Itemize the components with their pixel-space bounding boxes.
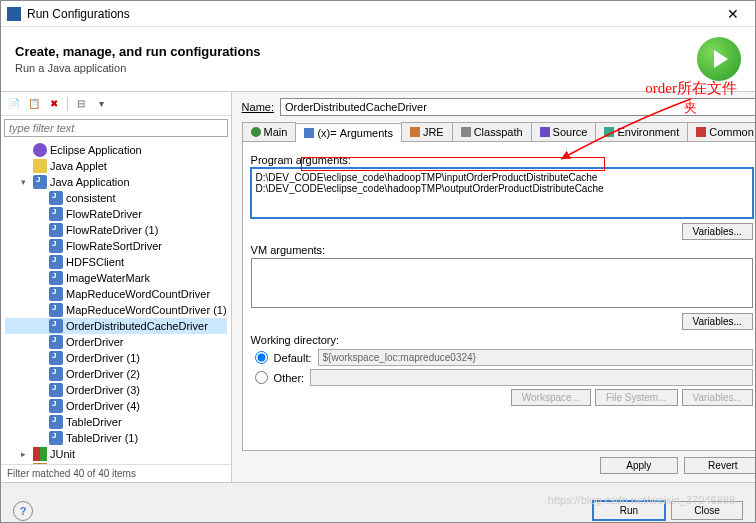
revert-button[interactable]: Revert	[684, 457, 756, 474]
wd-variables-button[interactable]: Variables...	[682, 389, 753, 406]
prog-variables-button[interactable]: Variables...	[682, 223, 753, 240]
config-tree[interactable]: Eclipse Application Java Applet ▾Java Ap…	[1, 140, 231, 464]
tree-item[interactable]: OrderDriver	[5, 334, 227, 350]
tab-bar: Main (x)= Arguments JRE Classpath Source…	[242, 122, 756, 142]
tree-item-junit[interactable]: ▸JUnit	[5, 446, 227, 462]
tree-item[interactable]: MapReduceWordCountDriver	[5, 286, 227, 302]
vm-args-label: VM arguments:	[251, 244, 753, 256]
tree-item-applet[interactable]: Java Applet	[5, 158, 227, 174]
filter-input[interactable]	[4, 119, 228, 137]
left-toolbar: 📄 📋 ✖ ⊟ ▾	[1, 92, 231, 116]
tree-item[interactable]: MapReduceWordCountDriver (1)	[5, 302, 227, 318]
program-args-input[interactable]	[251, 168, 753, 218]
tree-item[interactable]: consistent	[5, 190, 227, 206]
tree-item[interactable]: OrderDriver (3)	[5, 382, 227, 398]
tab-arguments[interactable]: (x)= Arguments	[295, 123, 401, 142]
wd-default-radio[interactable]	[255, 351, 268, 364]
name-input[interactable]	[280, 98, 756, 116]
duplicate-icon[interactable]: 📋	[25, 95, 43, 113]
filter-count: Filter matched 40 of 40 items	[1, 464, 231, 482]
tab-main[interactable]: Main	[242, 122, 297, 141]
tab-source[interactable]: Source	[531, 122, 597, 141]
name-label: Name:	[242, 101, 274, 113]
program-args-label: Program arguments:	[251, 154, 753, 166]
run-icon	[697, 37, 741, 81]
help-icon[interactable]: ?	[13, 501, 33, 521]
tab-jre[interactable]: JRE	[401, 122, 453, 141]
window-title: Run Configurations	[27, 7, 717, 21]
tab-common[interactable]: Common	[687, 122, 756, 141]
app-icon	[7, 7, 21, 21]
tree-item[interactable]: HDFSClient	[5, 254, 227, 270]
apply-button[interactable]: Apply	[600, 457, 678, 474]
wd-workspace-button[interactable]: Workspace...	[511, 389, 591, 406]
wd-other-input	[310, 369, 753, 386]
tree-item[interactable]: OrderDriver (2)	[5, 366, 227, 382]
wd-default-input	[318, 349, 753, 366]
tab-classpath[interactable]: Classpath	[452, 122, 532, 141]
tree-item-eclipse[interactable]: Eclipse Application	[5, 142, 227, 158]
tab-environment[interactable]: Environment	[595, 122, 688, 141]
delete-icon[interactable]: ✖	[45, 95, 63, 113]
tree-item-selected[interactable]: OrderDistributedCacheDriver	[5, 318, 227, 334]
vm-variables-button[interactable]: Variables...	[682, 313, 753, 330]
tree-item-javaapp[interactable]: ▾Java Application	[5, 174, 227, 190]
tree-item[interactable]: FlowRateDriver (1)	[5, 222, 227, 238]
run-button[interactable]: Run	[593, 501, 665, 520]
expand-icon[interactable]: ▾	[92, 95, 110, 113]
tree-item[interactable]: TableDriver	[5, 414, 227, 430]
working-dir-label: Working directory:	[251, 334, 753, 346]
tree-item[interactable]: OrderDriver (1)	[5, 350, 227, 366]
wd-other-radio[interactable]	[255, 371, 268, 384]
close-icon[interactable]: ✕	[717, 4, 749, 24]
tree-item[interactable]: FlowRateDriver	[5, 206, 227, 222]
vm-args-input[interactable]	[251, 258, 753, 308]
collapse-icon[interactable]: ⊟	[72, 95, 90, 113]
wd-default-label: Default:	[274, 352, 312, 364]
tree-item[interactable]: OrderDriver (4)	[5, 398, 227, 414]
header-title: Create, manage, and run configurations	[15, 44, 261, 59]
new-config-icon[interactable]: 📄	[5, 95, 23, 113]
tree-item[interactable]: ImageWaterMark	[5, 270, 227, 286]
wd-filesystem-button[interactable]: File System...	[595, 389, 678, 406]
header-subtitle: Run a Java application	[15, 62, 261, 74]
tree-item[interactable]: TableDriver (1)	[5, 430, 227, 446]
tree-item[interactable]: FlowRateSortDriver	[5, 238, 227, 254]
wd-other-label: Other:	[274, 372, 305, 384]
close-button[interactable]: Close	[671, 501, 743, 520]
